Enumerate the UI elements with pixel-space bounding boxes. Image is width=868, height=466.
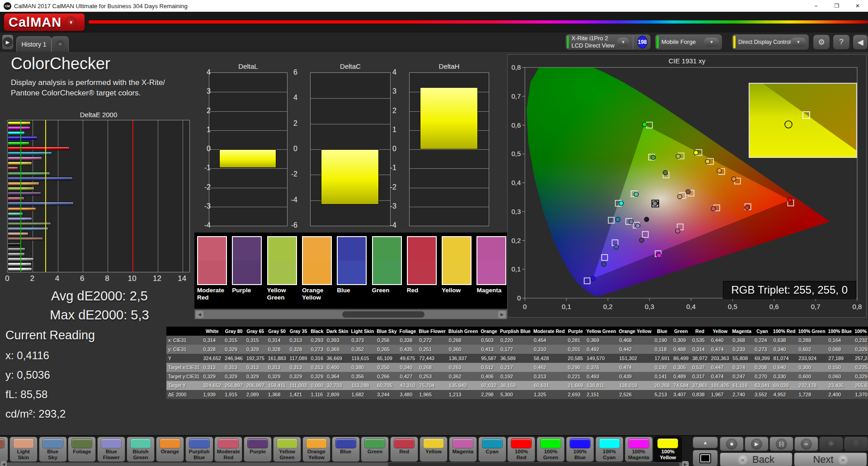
scroll-left-icon[interactable]: ◀ xyxy=(196,311,203,318)
gridline xyxy=(33,120,33,272)
help-icon: ? xyxy=(839,38,843,47)
patch-button-label: YellowGreen xyxy=(274,449,301,460)
x-tick-label: 8 xyxy=(105,274,109,283)
patch-swatch[interactable] xyxy=(197,236,227,285)
patch-button-blue[interactable]: Blue xyxy=(332,437,360,462)
mini-chart-plot xyxy=(310,72,391,226)
cie-y-tick: 0,5 xyxy=(511,150,521,157)
patch-swatch[interactable] xyxy=(337,236,367,285)
patch-swatch[interactable] xyxy=(232,236,262,285)
target-color xyxy=(268,261,296,284)
patch-swatch[interactable] xyxy=(442,236,472,285)
column-header: Cyan xyxy=(753,327,772,336)
scroll-right-icon[interactable]: ▶ xyxy=(682,461,689,466)
scrollbar-thumb[interactable] xyxy=(388,463,679,466)
calman-menu-button[interactable]: CalMAN ▼ xyxy=(4,13,85,31)
patch-button-red[interactable]: Red xyxy=(390,437,418,462)
restore-icon[interactable]: ❐ xyxy=(826,0,847,12)
patch-button-magenta[interactable]: Magenta xyxy=(449,437,477,462)
patch-button-light-skin[interactable]: LightSkin xyxy=(9,437,38,462)
stop-button[interactable]: ■ xyxy=(720,437,744,451)
table-cell: 72,443 xyxy=(417,354,447,363)
meter-panel[interactable]: X-Rite i1Pro 2LCD Direct View ▼ 198 xyxy=(565,34,651,50)
patch-button-100-cyan[interactable]: 100%Cyan xyxy=(595,437,623,462)
source-panel[interactable]: Mobile Forge ▼ xyxy=(655,34,722,50)
patch-button-100-green[interactable]: 100%Green xyxy=(537,437,565,462)
patch-color-chip xyxy=(189,438,210,448)
scrollbar-thumb[interactable] xyxy=(342,311,425,318)
settings-button[interactable]: ⚙ xyxy=(813,34,830,50)
table-cell: 1,915 xyxy=(223,390,245,399)
y-tick-label: -4 xyxy=(286,196,297,204)
patch-color-chip xyxy=(42,438,63,448)
calman-logo: CalMAN xyxy=(4,15,61,30)
patch-strip-scrollbar[interactable]: ◀ ▶ xyxy=(0,462,689,466)
patch-swatch[interactable] xyxy=(476,236,506,285)
patch-button-purple[interactable]: Purple xyxy=(244,437,272,462)
display-status-accent xyxy=(733,36,736,48)
collapse-toolbar-button[interactable]: ◀ xyxy=(853,34,868,50)
scroll-left-icon[interactable]: ◀ xyxy=(0,461,7,466)
patch-swatch[interactable] xyxy=(302,236,332,285)
patch-swatch[interactable] xyxy=(372,236,402,285)
patch-button-blue-sky[interactable]: BlueSky xyxy=(39,437,67,462)
help-button[interactable]: ? xyxy=(833,34,850,50)
chevron-down-icon[interactable]: ▼ xyxy=(791,38,806,47)
patch-button-blue-flower[interactable]: BlueFlower xyxy=(97,437,125,462)
patch-button-purplish-blue[interactable]: PurplishBlue xyxy=(185,437,213,462)
minimize-icon[interactable]: – xyxy=(806,0,826,12)
pattern-window-button[interactable] xyxy=(693,450,718,466)
chevron-down-icon[interactable]: ▼ xyxy=(617,38,629,47)
measured-marker xyxy=(616,217,620,222)
patch-button-100-magenta[interactable]: 100%Magenta xyxy=(625,437,653,462)
column-header: Green xyxy=(672,327,691,336)
y-tick-label: 4 xyxy=(385,68,396,76)
patch-button-orange[interactable]: Orange xyxy=(156,437,184,462)
step-button[interactable]: [-] xyxy=(769,437,793,451)
close-icon[interactable]: ✕ xyxy=(847,0,868,12)
patch-button-orange-yellow[interactable]: OrangeYellow xyxy=(302,437,330,462)
patch-swatch[interactable] xyxy=(407,236,437,285)
loop-button[interactable]: ∞ xyxy=(794,437,818,451)
table-cell: 63,041 xyxy=(753,381,772,390)
table-cell: 38,972 xyxy=(690,354,709,363)
patch-button-foliage[interactable]: Foliage xyxy=(68,437,96,462)
display-control-panel[interactable]: Direct Display Control ▼ xyxy=(731,34,809,50)
patch-button-cyan[interactable]: Cyan xyxy=(478,437,506,462)
table-cell: 42,310 xyxy=(398,381,418,390)
measured-marker xyxy=(644,217,649,222)
chevron-down-icon[interactable]: ▼ xyxy=(65,16,77,28)
column-header: Red xyxy=(690,327,709,336)
chevron-down-icon[interactable]: ▼ xyxy=(704,38,719,47)
expand-nav-button[interactable]: ▶ xyxy=(2,34,14,50)
table-cell: 119,615 xyxy=(349,354,375,363)
patch-button-yellow-green[interactable]: YellowGreen xyxy=(273,437,301,462)
add-tab-button[interactable]: + xyxy=(52,36,69,52)
patch-button-moderate-red[interactable]: ModerateRed xyxy=(214,437,242,462)
patch-button-green[interactable]: Green xyxy=(361,437,389,462)
table-row: Target x:CIE310,3130,3130,3130,3130,3130… xyxy=(166,363,868,372)
patch-swatch[interactable] xyxy=(267,236,297,285)
patch-button-dark-skin[interactable]: DarkSkin xyxy=(0,437,8,462)
patch-button-100-yellow[interactable]: 100%Yellow xyxy=(654,437,682,462)
patch-color-chip xyxy=(218,438,239,448)
tab-history-1[interactable]: History 1 xyxy=(16,36,52,52)
meter-count-badge[interactable]: 198 xyxy=(637,36,647,48)
table-cell: 58,428 xyxy=(532,354,566,363)
next-button[interactable]: Next » xyxy=(794,452,867,466)
patch-button-100-blue[interactable]: 100%Blue xyxy=(566,437,594,462)
app-icon: CM xyxy=(4,2,11,10)
patch-swatch-label: ModerateRed xyxy=(197,287,231,301)
swatch-strip-scrollbar[interactable]: ◀ ▶ xyxy=(194,309,507,319)
patch-button-bluish-green[interactable]: BluishGreen xyxy=(127,437,155,462)
scroll-right-icon[interactable]: ▶ xyxy=(498,311,506,318)
x-tick-label: 0 xyxy=(5,274,9,283)
patch-button-yellow[interactable]: Yellow xyxy=(420,437,448,462)
strip-up-button[interactable]: ▲ xyxy=(693,437,718,448)
play-button[interactable]: ▶ xyxy=(745,437,769,451)
patch-color-chip xyxy=(394,438,415,448)
back-button[interactable]: « Back xyxy=(720,452,793,466)
patch-button-100-red[interactable]: 100%Red xyxy=(507,437,535,462)
patch-color-chip xyxy=(423,438,444,448)
patch-swatch-label: YellowGreen xyxy=(267,287,302,301)
